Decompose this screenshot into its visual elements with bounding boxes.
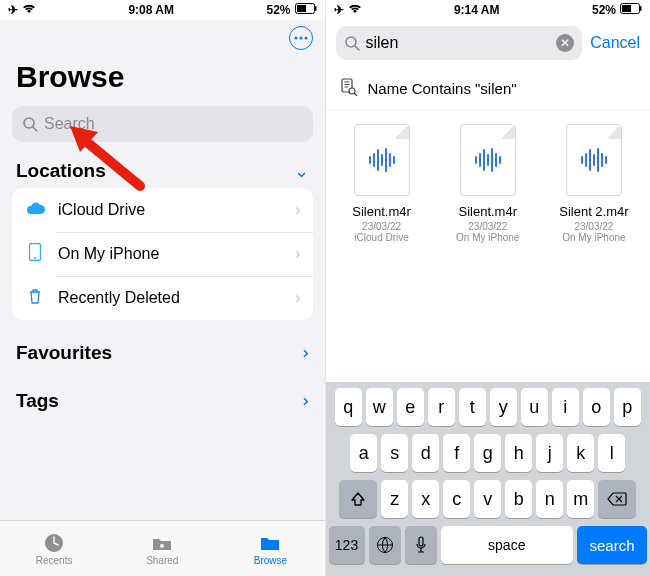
tab-label: Shared [146, 555, 178, 566]
location-label: On My iPhone [58, 245, 283, 263]
airplane-mode-icon: ✈ [334, 3, 344, 17]
battery-percent: 52% [266, 3, 290, 17]
location-recently-deleted[interactable]: Recently Deleted › [12, 276, 313, 320]
page-header: Browse [0, 56, 325, 102]
keyboard-row-3: zxcvbnm [329, 480, 648, 518]
location-icloud-drive[interactable]: iCloud Drive › [12, 188, 313, 232]
location-on-my-iphone[interactable]: On My iPhone › [12, 232, 313, 276]
result-item[interactable]: Silent.m4r 23/03/22 On My iPhone [438, 124, 538, 243]
chevron-right-icon: ⌄ [290, 346, 312, 361]
status-time: 9:08 AM [36, 3, 266, 17]
tab-recents[interactable]: Recents [0, 521, 108, 576]
key-d[interactable]: d [412, 434, 439, 472]
key-c[interactable]: c [443, 480, 470, 518]
search-key[interactable]: search [577, 526, 647, 564]
search-suggestion[interactable]: Name Contains "silen" [326, 68, 651, 110]
dictation-key[interactable] [405, 526, 437, 564]
svg-rect-1 [297, 5, 306, 12]
key-h[interactable]: h [505, 434, 532, 472]
svg-line-17 [355, 46, 359, 50]
tab-browse[interactable]: Browse [216, 521, 324, 576]
svg-point-10 [34, 257, 36, 259]
key-b[interactable]: b [505, 480, 532, 518]
clear-search-button[interactable]: ✕ [556, 34, 574, 52]
clock-icon [43, 532, 65, 554]
key-q[interactable]: q [335, 388, 362, 426]
search-placeholder: Search [44, 115, 95, 133]
document-search-icon [340, 78, 358, 99]
chevron-right-icon: ⌄ [290, 394, 312, 409]
favourites-title: Favourites [16, 342, 112, 364]
chevron-right-icon: › [295, 245, 300, 263]
key-p[interactable]: p [614, 388, 641, 426]
more-button[interactable] [289, 26, 313, 50]
key-i[interactable]: i [552, 388, 579, 426]
svg-point-4 [299, 37, 302, 40]
svg-point-12 [160, 544, 164, 548]
locations-section-header[interactable]: Locations ⌄ [0, 154, 325, 188]
key-n[interactable]: n [536, 480, 563, 518]
folder-icon [259, 532, 281, 554]
audio-file-icon [566, 124, 622, 196]
key-x[interactable]: x [412, 480, 439, 518]
svg-rect-25 [419, 537, 423, 546]
keyboard-row-1: qwertyuiop [329, 388, 648, 426]
svg-rect-2 [315, 6, 317, 11]
key-v[interactable]: v [474, 480, 501, 518]
key-o[interactable]: o [583, 388, 610, 426]
tab-bar: Recents Shared Browse [0, 520, 325, 576]
keyboard-row-2: asdfghjkl [329, 434, 648, 472]
tab-label: Browse [254, 555, 287, 566]
favourites-section-header[interactable]: Favourites ⌄ [0, 336, 325, 370]
nav-row [0, 20, 325, 56]
airplane-mode-icon: ✈ [8, 3, 18, 17]
key-k[interactable]: k [567, 434, 594, 472]
svg-rect-14 [622, 5, 631, 12]
search-input[interactable]: silen ✕ [336, 26, 583, 60]
key-t[interactable]: t [459, 388, 486, 426]
key-w[interactable]: w [366, 388, 393, 426]
page-title: Browse [16, 60, 309, 94]
key-f[interactable]: f [443, 434, 470, 472]
file-location: On My iPhone [456, 232, 519, 243]
audio-file-icon [460, 124, 516, 196]
wifi-icon [348, 3, 362, 17]
search-bar[interactable]: Search [12, 106, 313, 142]
key-s[interactable]: s [381, 434, 408, 472]
file-date: 23/03/22 [362, 221, 401, 232]
result-item[interactable]: Silent.m4r 23/03/22 iCloud Drive [332, 124, 432, 243]
file-date: 23/03/22 [468, 221, 507, 232]
numbers-key[interactable]: 123 [329, 526, 365, 564]
shift-key[interactable] [339, 480, 377, 518]
key-e[interactable]: e [397, 388, 424, 426]
suggestion-text: Name Contains "silen" [368, 80, 517, 97]
search-icon [22, 116, 38, 132]
tab-label: Recents [36, 555, 73, 566]
chevron-right-icon: › [295, 201, 300, 219]
locations-list: iCloud Drive › On My iPhone › Recently D… [12, 188, 313, 320]
cancel-button[interactable]: Cancel [590, 34, 640, 52]
status-bar: ✈ 9:08 AM 52% [0, 0, 325, 20]
key-y[interactable]: y [490, 388, 517, 426]
file-name: Silent 2.m4r [559, 204, 628, 219]
key-l[interactable]: l [598, 434, 625, 472]
tab-shared[interactable]: Shared [108, 521, 216, 576]
space-key[interactable]: space [441, 526, 574, 564]
key-a[interactable]: a [350, 434, 377, 472]
key-z[interactable]: z [381, 480, 408, 518]
key-r[interactable]: r [428, 388, 455, 426]
key-u[interactable]: u [521, 388, 548, 426]
svg-rect-15 [640, 6, 642, 11]
cloud-icon [24, 201, 46, 219]
key-m[interactable]: m [567, 480, 594, 518]
file-date: 23/03/22 [574, 221, 613, 232]
svg-point-3 [294, 37, 297, 40]
search-icon [344, 35, 360, 51]
tags-section-header[interactable]: Tags ⌄ [0, 384, 325, 418]
result-item[interactable]: Silent 2.m4r 23/03/22 On My iPhone [544, 124, 644, 243]
key-g[interactable]: g [474, 434, 501, 472]
backspace-key[interactable] [598, 480, 636, 518]
globe-key[interactable] [369, 526, 401, 564]
chevron-right-icon: › [295, 289, 300, 307]
key-j[interactable]: j [536, 434, 563, 472]
